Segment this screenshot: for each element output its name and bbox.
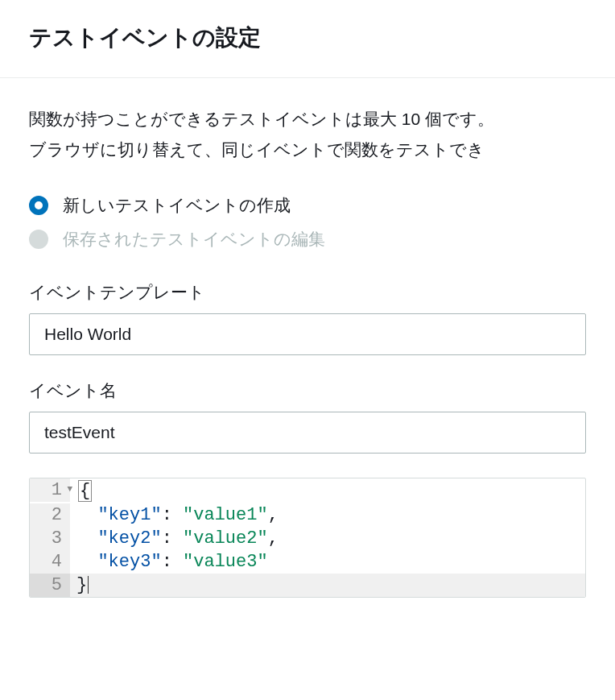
code-content-3[interactable]: "key2": "value2", xyxy=(70,527,585,550)
dialog-content: 関数が持つことができるテストイベントは最大 10 個です。 ブラウザに切り替えて… xyxy=(0,78,615,623)
code-content-1[interactable]: { xyxy=(70,478,585,503)
event-name-field: イベント名 xyxy=(29,379,586,454)
fold-icon[interactable]: ▼ xyxy=(67,484,72,494)
text-cursor xyxy=(88,576,89,594)
radio-create-new-label: 新しいテストイベントの作成 xyxy=(63,194,291,217)
gutter-4: 4 xyxy=(30,550,70,574)
code-line-5: 5 } xyxy=(30,574,585,597)
gutter-3: 3 xyxy=(30,527,70,550)
radio-edit-saved[interactable]: 保存されたテストイベントの編集 xyxy=(29,228,586,251)
code-content-4[interactable]: "key3": "value3" xyxy=(70,550,585,574)
event-template-select[interactable]: Hello World xyxy=(29,313,586,355)
gutter-5: 5 xyxy=(30,574,70,597)
event-mode-radio-group: 新しいテストイベントの作成 保存されたテストイベントの編集 xyxy=(29,194,586,251)
event-name-label: イベント名 xyxy=(29,379,586,402)
event-template-field: イベントテンプレート Hello World xyxy=(29,281,586,355)
dialog-title: テストイベントの設定 xyxy=(29,23,586,53)
description-line2: ブラウザに切り替えて、同じイベントで関数をテストでき xyxy=(29,140,485,159)
description-line1: 関数が持つことができるテストイベントは最大 10 個です。 xyxy=(29,110,494,128)
event-template-label: イベントテンプレート xyxy=(29,281,586,304)
event-template-value: Hello World xyxy=(44,325,131,343)
code-content-5[interactable]: } xyxy=(70,574,585,597)
json-code-editor[interactable]: 1 ▼ { 2 "key1": "value1", 3 "key2": "val… xyxy=(29,478,586,598)
radio-edit-saved-label: 保存されたテストイベントの編集 xyxy=(63,228,325,251)
gutter-1: 1 ▼ xyxy=(30,478,70,502)
radio-selected-icon xyxy=(29,196,48,215)
gutter-2: 2 xyxy=(30,503,70,527)
dialog-header: テストイベントの設定 xyxy=(0,0,615,78)
code-line-4: 4 "key3": "value3" xyxy=(30,550,585,574)
description-text: 関数が持つことができるテストイベントは最大 10 個です。 ブラウザに切り替えて… xyxy=(29,104,586,165)
code-line-2: 2 "key1": "value1", xyxy=(30,503,585,527)
code-line-3: 3 "key2": "value2", xyxy=(30,527,585,550)
radio-create-new[interactable]: 新しいテストイベントの作成 xyxy=(29,194,586,217)
code-line-1: 1 ▼ { xyxy=(30,478,585,503)
event-name-input[interactable] xyxy=(29,412,586,454)
radio-unselected-icon xyxy=(29,230,48,249)
code-content-2[interactable]: "key1": "value1", xyxy=(70,503,585,527)
